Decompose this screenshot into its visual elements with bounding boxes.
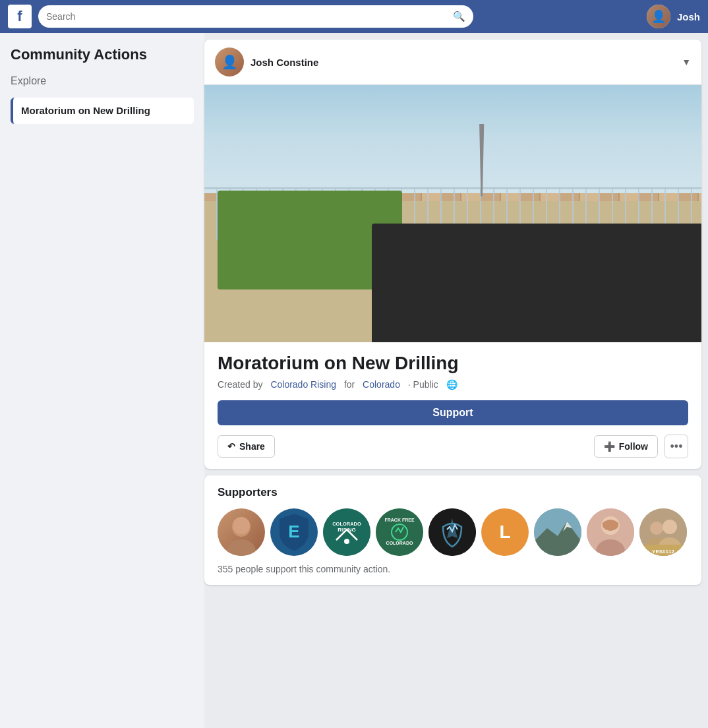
mountain-avatar-icon xyxy=(534,508,581,556)
supporters-avatars: E COLORADO RISING xyxy=(218,508,688,556)
supporter-avatar-L[interactable]: L xyxy=(481,508,529,556)
sidebar-title: Community Actions xyxy=(11,46,194,63)
supporter-avatar-group[interactable]: YES#112 xyxy=(639,508,687,556)
action-buttons-row: ↶ Share ➕ Follow ••• xyxy=(204,435,701,469)
shield-icon: E xyxy=(277,512,311,552)
hand-logo-icon xyxy=(428,508,476,556)
supporter-avatar-woman[interactable] xyxy=(587,508,634,556)
supporters-card: Supporters E xyxy=(204,475,701,585)
main-content: 👤 Josh Constine ▼ Moratorium on New xyxy=(204,33,708,728)
sidebar-explore-label: Explore xyxy=(11,73,194,90)
svg-point-2 xyxy=(233,517,250,534)
share-button[interactable]: ↶ Share xyxy=(218,435,275,458)
action-meta: Created by Colorado Rising for Colorado … xyxy=(218,379,688,390)
supporter-avatar-colorado-rising[interactable]: COLORADO RISING xyxy=(323,508,370,556)
supporter-avatar-frack-free[interactable]: FRACK FREE COLORADO xyxy=(376,508,423,556)
page-layout: Community Actions Explore Moratorium on … xyxy=(0,33,708,728)
post-header-card: 👤 Josh Constine ▼ Moratorium on New xyxy=(204,40,701,469)
frack-free-colorado-icon: FRACK FREE COLORADO xyxy=(376,508,423,556)
supporter-avatar-mountain[interactable] xyxy=(534,508,581,556)
svg-point-7 xyxy=(344,539,349,544)
nav-right: 👤 Josh xyxy=(647,5,700,28)
svg-text:E: E xyxy=(288,522,299,541)
follow-button[interactable]: ➕ Follow xyxy=(594,435,658,458)
share-icon: ↶ xyxy=(227,441,235,452)
nav-username: Josh xyxy=(677,11,700,22)
hero-scene xyxy=(204,85,701,342)
supporter-avatar-hand[interactable] xyxy=(428,508,476,556)
supporter-avatar-shield-e[interactable]: E xyxy=(270,508,318,556)
top-navigation: f 🔍 👤 Josh xyxy=(0,0,708,33)
svg-point-8 xyxy=(376,508,423,556)
post-author-avatar: 👤 xyxy=(215,47,244,76)
svg-text:COLORADO: COLORADO xyxy=(332,521,361,527)
svg-text:FRACK FREE: FRACK FREE xyxy=(384,518,414,522)
sidebar: Community Actions Explore Moratorium on … xyxy=(0,33,204,728)
globe-icon: 🌐 xyxy=(446,379,457,390)
more-options-button[interactable]: ••• xyxy=(664,435,688,458)
person-icon xyxy=(218,508,265,556)
support-button[interactable]: Support xyxy=(218,400,688,425)
facebook-logo: f xyxy=(8,5,32,28)
location-link[interactable]: Colorado xyxy=(363,379,400,390)
action-info: Moratorium on New Drilling Created by Co… xyxy=(204,342,701,390)
creator-link[interactable]: Colorado Rising xyxy=(270,379,336,390)
l-initial: L xyxy=(499,522,510,543)
colorado-rising-icon: COLORADO RISING xyxy=(323,508,370,556)
follow-add-icon: ➕ xyxy=(604,441,615,452)
avatar: 👤 xyxy=(647,5,670,28)
sidebar-item-moratorium[interactable]: Moratorium on New Drilling xyxy=(11,98,194,124)
user-avatar-image: 👤 xyxy=(647,5,670,28)
supporters-title: Supporters xyxy=(218,486,688,499)
post-author-name: Josh Constine xyxy=(251,57,318,68)
parking-lot xyxy=(372,224,701,342)
action-title: Moratorium on New Drilling xyxy=(218,353,688,374)
ellipsis-icon: ••• xyxy=(670,440,683,454)
chevron-down-icon[interactable]: ▼ xyxy=(682,57,691,67)
svg-point-1 xyxy=(227,539,256,556)
svg-text:YES#112: YES#112 xyxy=(652,549,674,555)
supporters-count: 355 people support this community action… xyxy=(218,564,688,574)
svg-point-19 xyxy=(663,520,677,534)
svg-point-18 xyxy=(650,522,663,535)
woman-avatar-icon xyxy=(587,508,634,556)
group-photo-icon: YES#112 xyxy=(639,508,687,556)
supporter-avatar-1[interactable] xyxy=(218,508,265,556)
search-bar[interactable]: 🔍 xyxy=(38,5,473,28)
hero-image xyxy=(204,85,701,342)
search-input[interactable] xyxy=(46,11,448,22)
search-icon: 🔍 xyxy=(453,11,465,22)
sidebar-item-label: Moratorium on New Drilling xyxy=(21,104,150,117)
post-header: 👤 Josh Constine ▼ xyxy=(204,40,701,85)
svg-text:COLORADO: COLORADO xyxy=(386,541,413,545)
